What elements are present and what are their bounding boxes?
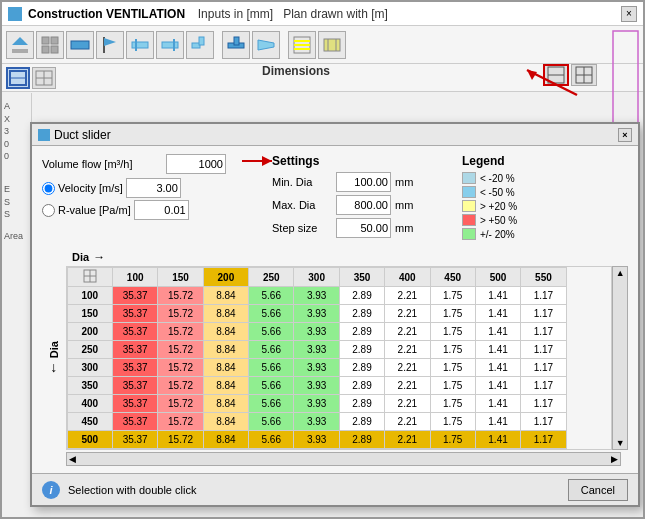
cell-500-5[interactable]: 2.89 [339, 431, 384, 449]
cell-300-2[interactable]: 8.84 [203, 359, 248, 377]
cell-450-6[interactable]: 2.21 [385, 413, 430, 431]
cell-400-4[interactable]: 3.93 [294, 395, 339, 413]
cell-150-6[interactable]: 2.21 [385, 305, 430, 323]
cell-350-1[interactable]: 15.72 [158, 377, 203, 395]
toolbar-btn-last[interactable] [318, 31, 346, 59]
cell-350-4[interactable]: 3.93 [294, 377, 339, 395]
cell-400-8[interactable]: 1.41 [475, 395, 520, 413]
cell-450-9[interactable]: 1.17 [521, 413, 566, 431]
dialog-close-button[interactable]: × [618, 128, 632, 142]
cell-350-2[interactable]: 8.84 [203, 377, 248, 395]
cell-350-0[interactable]: 35.37 [113, 377, 158, 395]
toolbar-btn-hatch[interactable] [288, 31, 316, 59]
cell-300-4[interactable]: 3.93 [294, 359, 339, 377]
window-close-button[interactable]: × [621, 6, 637, 22]
cell-100-0[interactable]: 35.37 [113, 287, 158, 305]
cell-150-9[interactable]: 1.17 [521, 305, 566, 323]
toolbar-btn-duct3[interactable] [156, 31, 184, 59]
cell-450-8[interactable]: 1.41 [475, 413, 520, 431]
rvalue-radio[interactable] [42, 204, 55, 217]
cell-200-4[interactable]: 3.93 [294, 323, 339, 341]
rvalue-input[interactable] [134, 200, 189, 220]
cell-200-3[interactable]: 5.66 [249, 323, 294, 341]
cell-350-8[interactable]: 1.41 [475, 377, 520, 395]
cell-400-9[interactable]: 1.17 [521, 395, 566, 413]
cell-400-1[interactable]: 15.72 [158, 395, 203, 413]
cell-350-5[interactable]: 2.89 [339, 377, 384, 395]
toolbar-btn-reducer[interactable] [252, 31, 280, 59]
cell-500-7[interactable]: 1.75 [430, 431, 475, 449]
cell-150-8[interactable]: 1.41 [475, 305, 520, 323]
cell-500-0[interactable]: 35.37 [113, 431, 158, 449]
table-row[interactable]: 50035.3715.728.845.663.932.892.211.751.4… [67, 431, 566, 449]
cell-200-5[interactable]: 2.89 [339, 323, 384, 341]
cell-250-8[interactable]: 1.41 [475, 341, 520, 359]
table-row[interactable]: 40035.3715.728.845.663.932.892.211.751.4… [67, 395, 566, 413]
cell-150-3[interactable]: 5.66 [249, 305, 294, 323]
table-row[interactable]: 10035.3715.728.845.663.932.892.211.751.4… [67, 287, 566, 305]
cell-200-9[interactable]: 1.17 [521, 323, 566, 341]
cell-200-1[interactable]: 15.72 [158, 323, 203, 341]
cell-250-4[interactable]: 3.93 [294, 341, 339, 359]
cell-250-3[interactable]: 5.66 [249, 341, 294, 359]
toolbar-btn-tee[interactable] [222, 31, 250, 59]
cell-350-3[interactable]: 5.66 [249, 377, 294, 395]
cell-300-6[interactable]: 2.21 [385, 359, 430, 377]
cell-500-9[interactable]: 1.17 [521, 431, 566, 449]
cancel-button[interactable]: Cancel [568, 479, 628, 501]
toolbar-btn-elbow[interactable] [186, 31, 214, 59]
cell-100-9[interactable]: 1.17 [521, 287, 566, 305]
cell-200-6[interactable]: 2.21 [385, 323, 430, 341]
cell-300-8[interactable]: 1.41 [475, 359, 520, 377]
table-vscrollbar[interactable]: ▲ ▼ [612, 266, 628, 450]
cell-500-4[interactable]: 3.93 [294, 431, 339, 449]
cell-150-7[interactable]: 1.75 [430, 305, 475, 323]
cell-250-6[interactable]: 2.21 [385, 341, 430, 359]
cell-450-0[interactable]: 35.37 [113, 413, 158, 431]
cell-200-2[interactable]: 8.84 [203, 323, 248, 341]
cell-150-2[interactable]: 8.84 [203, 305, 248, 323]
step-size-input[interactable] [336, 218, 391, 238]
cell-300-0[interactable]: 35.37 [113, 359, 158, 377]
cell-300-7[interactable]: 1.75 [430, 359, 475, 377]
cell-100-3[interactable]: 5.66 [249, 287, 294, 305]
cell-150-1[interactable]: 15.72 [158, 305, 203, 323]
cell-350-9[interactable]: 1.17 [521, 377, 566, 395]
cell-300-9[interactable]: 1.17 [521, 359, 566, 377]
cell-450-7[interactable]: 1.75 [430, 413, 475, 431]
cell-500-3[interactable]: 5.66 [249, 431, 294, 449]
velocity-input[interactable] [126, 178, 181, 198]
cell-500-1[interactable]: 15.72 [158, 431, 203, 449]
cell-250-2[interactable]: 8.84 [203, 341, 248, 359]
cell-150-5[interactable]: 2.89 [339, 305, 384, 323]
cell-200-7[interactable]: 1.75 [430, 323, 475, 341]
cell-400-0[interactable]: 35.37 [113, 395, 158, 413]
toolbar-btn-grid[interactable] [36, 31, 64, 59]
min-dia-input[interactable] [336, 172, 391, 192]
cell-350-6[interactable]: 2.21 [385, 377, 430, 395]
cell-250-5[interactable]: 2.89 [339, 341, 384, 359]
cell-150-4[interactable]: 3.93 [294, 305, 339, 323]
velocity-radio[interactable] [42, 182, 55, 195]
toolbar-btn-duct[interactable] [66, 31, 94, 59]
cell-300-5[interactable]: 2.89 [339, 359, 384, 377]
cell-200-8[interactable]: 1.41 [475, 323, 520, 341]
cell-100-5[interactable]: 2.89 [339, 287, 384, 305]
cell-400-5[interactable]: 2.89 [339, 395, 384, 413]
cell-150-0[interactable]: 35.37 [113, 305, 158, 323]
table-row[interactable]: 20035.3715.728.845.663.932.892.211.751.4… [67, 323, 566, 341]
cell-450-2[interactable]: 8.84 [203, 413, 248, 431]
cell-450-4[interactable]: 3.93 [294, 413, 339, 431]
cell-400-3[interactable]: 5.66 [249, 395, 294, 413]
table-row[interactable]: 35035.3715.728.845.663.932.892.211.751.4… [67, 377, 566, 395]
toolbar2-btn-view2[interactable] [32, 67, 56, 89]
cell-100-6[interactable]: 2.21 [385, 287, 430, 305]
cell-400-7[interactable]: 1.75 [430, 395, 475, 413]
toolbar-btn-home[interactable] [6, 31, 34, 59]
table-row[interactable]: 25035.3715.728.845.663.932.892.211.751.4… [67, 341, 566, 359]
table-hscrollbar[interactable]: ◀ ▶ [66, 452, 621, 466]
cell-250-1[interactable]: 15.72 [158, 341, 203, 359]
cell-100-2[interactable]: 8.84 [203, 287, 248, 305]
cell-200-0[interactable]: 35.37 [113, 323, 158, 341]
cell-400-6[interactable]: 2.21 [385, 395, 430, 413]
